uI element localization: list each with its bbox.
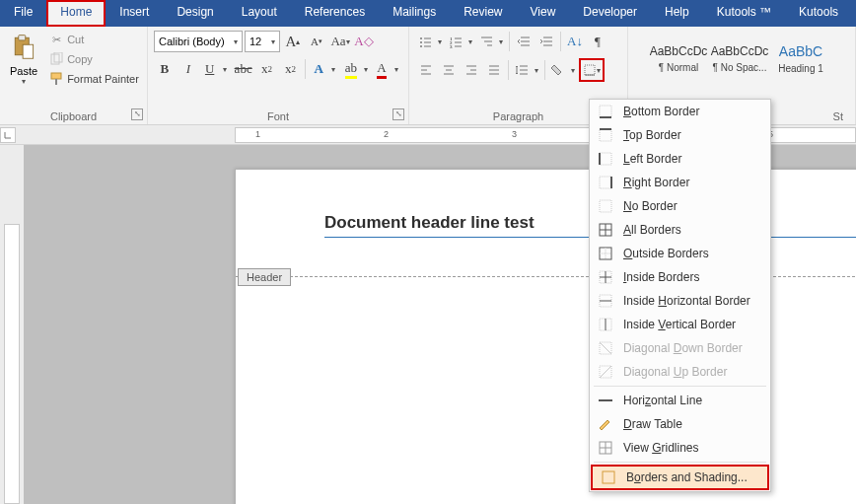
menubar: FileHomeInsertDesignLayoutReferencesMail… bbox=[0, 0, 856, 27]
align-left-button[interactable] bbox=[415, 59, 437, 81]
style-nospac[interactable]: AaBbCcDc¶ No Spac... bbox=[709, 31, 770, 86]
vertical-ruler[interactable] bbox=[4, 224, 20, 504]
font-size-value: 12 bbox=[250, 36, 261, 47]
menubar-item-developer[interactable]: Developer bbox=[569, 0, 651, 27]
cut-button[interactable]: ✂ Cut bbox=[47, 31, 141, 48]
menu-item-icon bbox=[601, 469, 616, 485]
menu-item-no-border[interactable]: No Border bbox=[590, 194, 770, 218]
svg-rect-47 bbox=[600, 129, 611, 141]
menubar-item-file[interactable]: File bbox=[0, 0, 46, 27]
superscript-button[interactable]: x2 bbox=[280, 58, 302, 80]
font-dialog-launcher[interactable]: ⤡ bbox=[392, 108, 404, 120]
format-painter-button[interactable]: Format Painter bbox=[47, 70, 141, 88]
text-effects-button[interactable]: A▾ bbox=[310, 58, 339, 80]
menu-item-inside-vertical-border[interactable]: Inside Vertical Border bbox=[590, 313, 770, 336]
menu-item-inside-horizontal-border[interactable]: Inside Horizontal Border bbox=[590, 289, 770, 313]
highlight-button[interactable]: ab▾ bbox=[341, 58, 371, 80]
align-right-button[interactable] bbox=[461, 59, 482, 81]
menu-item-icon bbox=[598, 269, 613, 285]
menubar-item-design[interactable]: Design bbox=[163, 0, 227, 27]
menu-item-borders-and-shading[interactable]: Borders and Shading... bbox=[591, 465, 769, 490]
paste-label: Paste bbox=[10, 65, 37, 77]
menu-separator bbox=[594, 386, 766, 387]
menu-item-label: Inside Horizontal Border bbox=[623, 294, 750, 308]
underline-button[interactable]: U▾ bbox=[201, 58, 231, 80]
copy-button[interactable]: Copy bbox=[47, 50, 141, 68]
svg-rect-2 bbox=[23, 44, 34, 58]
sort-button[interactable]: A↓ bbox=[564, 31, 586, 52]
menu-item-label: Diagonal Down Border bbox=[623, 341, 743, 355]
decrease-indent-button[interactable] bbox=[513, 31, 535, 52]
paste-icon bbox=[10, 33, 37, 63]
svg-rect-6 bbox=[55, 79, 57, 85]
menu-item-bottom-border[interactable]: Bottom Border bbox=[590, 100, 770, 123]
show-marks-button[interactable]: ¶ bbox=[587, 31, 608, 52]
ruler-mark: 2 bbox=[384, 129, 389, 139]
menubar-item-references[interactable]: References bbox=[291, 0, 379, 27]
svg-point-11 bbox=[420, 45, 422, 47]
menu-item-icon bbox=[598, 393, 613, 408]
paste-button[interactable]: Paste ▾ bbox=[6, 31, 41, 88]
menu-item-outside-borders[interactable]: Outside Borders bbox=[590, 242, 770, 265]
menubar-item-kutools[interactable]: Kutools bbox=[785, 0, 852, 27]
menu-item-draw-table[interactable]: Draw Table bbox=[590, 412, 770, 436]
borders-split-button[interactable]: ▾ bbox=[579, 58, 605, 82]
style-heading1[interactable]: AaBbCHeading 1 bbox=[770, 31, 831, 86]
borders-dropdown-menu: Bottom BorderTop BorderLeft BorderRight … bbox=[589, 99, 771, 492]
numbering-button[interactable]: 123▾ bbox=[446, 31, 475, 52]
svg-rect-75 bbox=[603, 471, 614, 483]
decrease-font-button[interactable]: A▾ bbox=[306, 31, 327, 52]
menu-item-view-gridlines[interactable]: View Gridlines bbox=[590, 436, 770, 460]
svg-rect-53 bbox=[600, 200, 611, 212]
italic-button[interactable]: I bbox=[178, 58, 199, 80]
menu-item-label: Horizontal Line bbox=[623, 394, 702, 407]
tab-selector[interactable] bbox=[0, 127, 16, 143]
menubar-item-mailings[interactable]: Mailings bbox=[379, 0, 450, 27]
clear-formatting-button[interactable]: A◇ bbox=[353, 31, 375, 52]
svg-rect-1 bbox=[19, 36, 26, 40]
paste-dropdown-arrow[interactable]: ▾ bbox=[22, 77, 26, 86]
font-color-button[interactable]: A▾ bbox=[373, 58, 402, 80]
change-case-button[interactable]: Aa▾ bbox=[329, 31, 351, 52]
menubar-item-home[interactable]: Home bbox=[46, 0, 106, 27]
borders-dropdown-arrow[interactable]: ▾ bbox=[597, 66, 601, 75]
clipboard-dialog-launcher[interactable]: ⤡ bbox=[131, 108, 143, 120]
style-normal[interactable]: AaBbCcDc¶ Normal bbox=[648, 31, 709, 86]
bullets-button[interactable]: ▾ bbox=[415, 31, 445, 52]
increase-indent-button[interactable] bbox=[535, 31, 557, 52]
menubar-item-view[interactable]: View bbox=[517, 0, 570, 27]
style-preview: AaBbC bbox=[779, 43, 822, 59]
font-name-combo[interactable]: Calibri (Body) ▾ bbox=[154, 31, 243, 52]
font-group-label: Font bbox=[154, 108, 402, 122]
menu-item-top-border[interactable]: Top Border bbox=[590, 123, 770, 147]
menu-item-icon bbox=[598, 416, 613, 432]
menubar-item-layout[interactable]: Layout bbox=[228, 0, 291, 27]
menu-item-label: Top Border bbox=[623, 128, 681, 142]
subscript-button[interactable]: x2 bbox=[256, 58, 278, 80]
style-name: ¶ Normal bbox=[659, 62, 698, 73]
ruler-mark: 1 bbox=[255, 129, 260, 139]
style-name: Heading 1 bbox=[778, 63, 823, 74]
menubar-item-insert[interactable]: Insert bbox=[106, 0, 163, 27]
multilevel-list-button[interactable]: ▾ bbox=[476, 31, 506, 52]
menu-separator bbox=[594, 462, 766, 463]
align-center-button[interactable] bbox=[438, 59, 460, 81]
menubar-item-kutools[interactable]: Kutools ™ bbox=[703, 0, 785, 27]
line-spacing-button[interactable]: ▾ bbox=[512, 59, 541, 81]
justify-button[interactable] bbox=[483, 59, 505, 81]
svg-point-7 bbox=[420, 37, 422, 39]
menubar-item-help[interactable]: Help bbox=[651, 0, 703, 27]
menu-item-label: Draw Table bbox=[623, 417, 682, 431]
menu-item-left-border[interactable]: Left Border bbox=[590, 147, 770, 171]
shading-button[interactable]: ▾ bbox=[548, 59, 578, 81]
menu-item-inside-borders[interactable]: Inside Borders bbox=[590, 265, 770, 289]
menu-item-right-border[interactable]: Right Border bbox=[590, 171, 770, 194]
svg-text:3: 3 bbox=[450, 44, 453, 48]
font-size-combo[interactable]: 12 ▾ bbox=[245, 31, 280, 52]
increase-font-button[interactable]: A▴ bbox=[282, 31, 304, 52]
menubar-item-review[interactable]: Review bbox=[450, 0, 516, 27]
strikethrough-button[interactable]: abc bbox=[233, 58, 254, 80]
menu-item-horizontal-line[interactable]: Horizontal Line bbox=[590, 389, 770, 412]
menu-item-all-borders[interactable]: All Borders bbox=[590, 218, 770, 242]
bold-button[interactable]: B bbox=[154, 58, 176, 80]
